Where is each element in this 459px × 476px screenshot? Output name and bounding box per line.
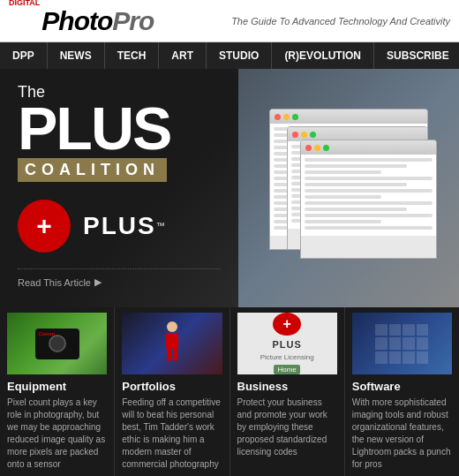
logo-photo: Photo (41, 6, 112, 36)
business-image: + PLUS Picture Licensing Home (237, 313, 337, 374)
card-thumb-equipment: Canon (7, 313, 107, 374)
hero-plus-text: PLUS (18, 98, 221, 158)
grid-cell (403, 324, 415, 336)
card-thumb-portfolios (122, 313, 222, 374)
nav-item-revolution[interactable]: (R)evolution (272, 42, 374, 69)
grid-cell (403, 337, 415, 350)
card-thumb-business: + PLUS Picture Licensing Home (237, 313, 337, 374)
camera-body: Canon (35, 329, 79, 359)
grid-cell (417, 324, 429, 336)
hero-left: The PLUS COALITION + PLUS™ Read This Art… (0, 69, 238, 307)
minimize-dot (301, 132, 307, 138)
close-dot (292, 132, 298, 138)
content-line (305, 189, 433, 193)
logo: DIGITAL Photo Pro (9, 6, 154, 36)
nav-item-subscribe[interactable]: Subscribe (374, 42, 459, 69)
nav: DPP News Tech Art Studio (R)evolution Su… (0, 42, 459, 69)
cards-section: Canon Equipment Pixel count plays a key … (0, 307, 459, 476)
card-thumb-software (352, 313, 452, 374)
browser-titlebar-3 (301, 140, 436, 155)
card-title-business: Business (237, 380, 337, 393)
grid-cell (375, 324, 388, 336)
player-leg-right (173, 349, 177, 361)
card-desc-equipment: Pixel count plays a key role in photogra… (7, 397, 107, 471)
browser-window-3 (300, 140, 437, 259)
content-line (305, 226, 433, 230)
equipment-image: Canon (7, 313, 107, 374)
content-line (305, 220, 381, 223)
card-desc-software: With more sophisticated imaging tools an… (352, 397, 452, 471)
arrow-right-icon: ▶ (94, 276, 102, 288)
player-head (167, 321, 177, 332)
browser-screenshots (260, 91, 437, 285)
soccer-player-icon (159, 321, 185, 366)
business-plus-symbol: + (282, 316, 290, 332)
grid-cell (389, 324, 402, 336)
close-dot (275, 114, 281, 120)
content-line (305, 208, 407, 211)
nav-item-news[interactable]: News (48, 42, 105, 69)
camera-brand-label: Canon (39, 331, 56, 336)
grid-cell (403, 351, 415, 364)
business-plus-text: PLUS (272, 339, 301, 350)
content-line (305, 158, 433, 162)
read-article-link[interactable]: Read This Article ▶ (18, 268, 221, 288)
minimize-dot (283, 114, 290, 120)
picture-licensing-label: Picture Licensing (260, 353, 314, 361)
content-line (305, 164, 407, 168)
card-desc-portfolios: Feeding off a competitive will to beat h… (122, 397, 222, 471)
card-software[interactable]: Software With more sophisticated imaging… (345, 307, 459, 476)
minimize-dot (314, 145, 320, 151)
grid-cell (417, 351, 429, 364)
plus-circle-icon: + (18, 200, 71, 253)
nav-item-studio[interactable]: Studio (207, 42, 272, 69)
header-tagline: The Guide To Advanced Technology And Cre… (154, 16, 450, 26)
card-equipment[interactable]: Canon Equipment Pixel count plays a key … (0, 307, 115, 476)
grid-cell (389, 351, 402, 364)
card-portfolios[interactable]: Portfolios Feeding off a competitive wil… (115, 307, 230, 476)
hero-right (238, 69, 459, 307)
plus-text: PLUS (83, 212, 156, 239)
browser-titlebar-1 (270, 110, 427, 124)
player-leg-left (167, 349, 171, 361)
nav-item-tech[interactable]: Tech (105, 42, 160, 69)
grid-cell (389, 337, 402, 350)
camera-lens-icon (49, 335, 66, 352)
maximize-dot (310, 132, 316, 138)
software-image (352, 313, 452, 374)
content-line (305, 183, 407, 186)
player-body (166, 333, 178, 349)
content-line (305, 201, 433, 205)
player-legs (159, 349, 185, 361)
grid-cell (417, 337, 429, 350)
logo-digital: DIGITAL (9, 0, 40, 7)
hero-coalition: COALITION (18, 158, 167, 182)
read-article-label: Read This Article (18, 277, 91, 288)
hero-icon-group: + PLUS™ (18, 200, 221, 253)
content-line (305, 177, 433, 180)
home-bar-label: Home (274, 365, 299, 374)
grid-cell (375, 337, 388, 350)
nav-item-art[interactable]: Art (159, 42, 207, 69)
browser-content-3 (301, 155, 436, 236)
aerial-grid-icon (375, 324, 428, 364)
card-title-equipment: Equipment (7, 380, 107, 393)
business-plus-icon: + (273, 313, 301, 336)
plus-logo-text: PLUS™ (83, 212, 165, 240)
card-business[interactable]: + PLUS Picture Licensing Home Business P… (230, 307, 345, 476)
nav-item-dpp[interactable]: DPP (0, 42, 48, 69)
plus-trademark: ™ (156, 221, 165, 230)
header: DIGITAL Photo Pro The Guide To Advanced … (0, 0, 459, 42)
card-title-portfolios: Portfolios (122, 380, 222, 393)
logo-pro: Pro (112, 6, 154, 36)
hero-banner: The PLUS COALITION + PLUS™ Read This Art… (0, 69, 459, 307)
grid-cell (375, 351, 388, 364)
maximize-dot (323, 145, 329, 151)
maximize-dot (292, 114, 298, 120)
card-desc-business: Protect your business and promote your w… (237, 397, 337, 458)
close-dot (305, 145, 312, 151)
plus-circle-symbol: + (36, 211, 52, 241)
card-title-software: Software (352, 380, 452, 393)
content-line (305, 195, 381, 199)
content-line (305, 214, 433, 217)
